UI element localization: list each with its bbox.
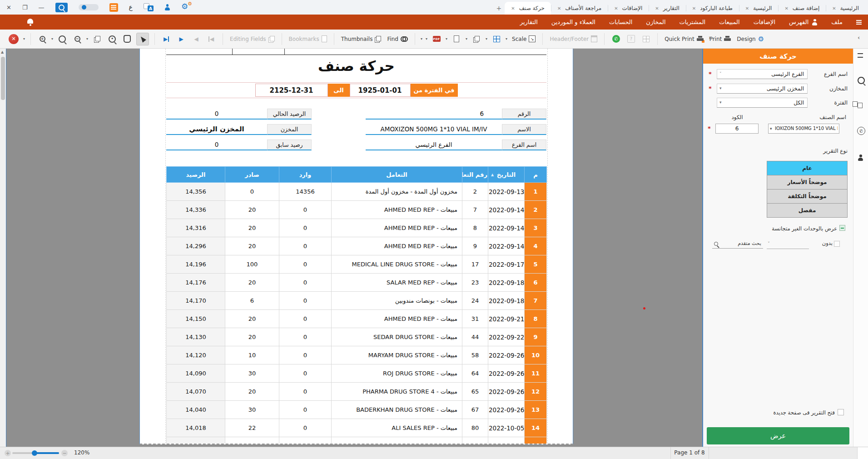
stores-select[interactable]: المخزن الرئيسى ▾ bbox=[717, 84, 808, 94]
menu-item-0[interactable]: ملف bbox=[831, 19, 843, 25]
menu-item-2[interactable]: الإضافات bbox=[754, 19, 775, 25]
copies-dropdown-icon[interactable]: ▾ bbox=[466, 37, 467, 41]
minimize-window-icon[interactable]: — bbox=[39, 5, 45, 10]
prev-page-button[interactable]: ◀ bbox=[190, 33, 202, 45]
table-row[interactable]: 42022-09-149مبيعات - AHMED MED REP02014,… bbox=[167, 237, 547, 255]
table-settings-button[interactable] bbox=[640, 33, 652, 45]
help-button[interactable]: ? bbox=[625, 33, 637, 45]
table-row[interactable]: 32022-09-148مبيعات - AHMED MED REP02014,… bbox=[167, 219, 547, 237]
filter-dropdown[interactable]: ˅ bbox=[767, 239, 809, 249]
header-footer-button[interactable]: Header/Footer bbox=[548, 33, 599, 45]
tab[interactable]: الرئيسية✕ bbox=[826, 2, 865, 15]
design-button[interactable]: Design⚙ bbox=[735, 33, 765, 45]
profile-icon[interactable] bbox=[858, 154, 863, 163]
table-row[interactable]: 92022-09-2244مبيعات - SEDAR DRUG STORE02… bbox=[167, 328, 547, 346]
units-checkbox[interactable] bbox=[839, 225, 845, 231]
zoom-in-button[interactable]: + bbox=[36, 33, 48, 45]
tab[interactable]: طباعة الباركود✕ bbox=[686, 2, 739, 15]
thumbnails-button[interactable]: Thumbnails bbox=[340, 33, 383, 45]
quick-print-button[interactable]: Quick Print bbox=[663, 33, 704, 45]
menu-item-4[interactable]: المشتريات bbox=[680, 19, 706, 25]
table-row[interactable]: 142022-10-0580مبيعات - ALI SALES REP0221… bbox=[167, 419, 547, 437]
tab-close-icon[interactable]: ✕ bbox=[832, 6, 836, 11]
export-pdf-button[interactable]: PDF bbox=[431, 33, 442, 45]
column-header-5[interactable]: صادر bbox=[225, 167, 279, 183]
item-combobox[interactable]: IOXIZON 500MG 1*10 VIAL IM/IV ▾ bbox=[768, 124, 839, 134]
scroll-up-icon[interactable]: ▲ bbox=[1, 50, 4, 54]
table-row[interactable]: 62022-09-1823مبيعات - SALAR MED REP02014… bbox=[167, 274, 547, 292]
search-icon[interactable] bbox=[858, 77, 865, 86]
whatsapp-share-button[interactable]: ✆ bbox=[610, 33, 622, 45]
first-page-button[interactable]: ▶ bbox=[160, 33, 172, 45]
close-window-icon[interactable]: ✕ bbox=[6, 5, 11, 10]
scale-dropdown-icon[interactable]: ▾ bbox=[506, 37, 507, 41]
page-setup-button[interactable] bbox=[451, 33, 462, 45]
vertical-scrollbar[interactable]: ▲ bbox=[0, 49, 6, 447]
table-row[interactable]: 82022-09-2131مبيعات - AHMED MED REP02014… bbox=[167, 310, 547, 328]
advanced-search-input[interactable] bbox=[712, 239, 763, 249]
phone-contact-icon[interactable]: ✆ bbox=[857, 127, 865, 135]
column-header-4[interactable]: وارد bbox=[279, 167, 332, 183]
export-dropdown-icon[interactable]: ▾ bbox=[426, 37, 427, 41]
table-row[interactable]: 102022-09-2658مبيعات - MARYAM DRUG STORE… bbox=[167, 346, 547, 364]
magnifier-button[interactable] bbox=[56, 33, 68, 45]
tab[interactable]: مراجعة الأصناف✕ bbox=[551, 2, 608, 15]
column-header-6[interactable]: الرصيد bbox=[167, 167, 225, 183]
tab-close-icon[interactable]: ✕ bbox=[655, 6, 659, 11]
menu-item-6[interactable]: الحسابات bbox=[609, 19, 632, 25]
search-button[interactable] bbox=[55, 3, 68, 12]
zoom-out-button[interactable]: − bbox=[71, 33, 83, 45]
tab[interactable]: الرئيسية✕ bbox=[739, 2, 779, 15]
settings-gears-icon[interactable]: ⚙⚙ bbox=[181, 3, 192, 12]
copies-button[interactable] bbox=[471, 33, 482, 45]
hand-tool-button[interactable] bbox=[121, 33, 133, 45]
report-type-option-0[interactable]: عام bbox=[767, 161, 848, 175]
column-header-0[interactable]: م bbox=[525, 167, 547, 183]
tab-close-icon[interactable]: ✕ bbox=[511, 6, 515, 11]
new-tab-button[interactable]: + bbox=[493, 2, 505, 15]
zoom-slider-thumb[interactable] bbox=[32, 450, 37, 456]
grid-button[interactable] bbox=[491, 33, 502, 45]
report-type-option-1[interactable]: موضحاً الأسعار bbox=[767, 175, 848, 190]
tab-close-icon[interactable]: ✕ bbox=[784, 6, 788, 11]
menu-item-3[interactable]: المبيعات bbox=[719, 19, 739, 25]
column-header-3[interactable]: التعامل bbox=[332, 167, 462, 183]
zoom-out-status-icon[interactable]: − bbox=[61, 450, 68, 456]
tab-close-icon[interactable]: ✕ bbox=[692, 6, 696, 11]
open-new-page-checkbox[interactable] bbox=[838, 409, 844, 415]
menubar-hamburger-icon[interactable] bbox=[856, 22, 862, 23]
tab-active[interactable]: حركة صنف✕ bbox=[505, 2, 551, 15]
notifications-bell-icon[interactable] bbox=[26, 18, 35, 26]
page-setup-dropdown-icon[interactable]: ▾ bbox=[446, 37, 447, 41]
grid-dropdown-icon[interactable]: ▾ bbox=[486, 37, 487, 41]
tab-close-icon[interactable]: ✕ bbox=[557, 6, 561, 11]
menu-item-7[interactable]: العملاء و الموردين bbox=[551, 19, 595, 25]
table-row[interactable]: 132022-09-2667مبيعات - BADERKHAN DRUG ST… bbox=[167, 401, 547, 419]
find-button[interactable]: Find bbox=[386, 33, 409, 45]
multi-page-view-button[interactable] bbox=[91, 33, 103, 45]
menu-item-1[interactable]: الفهرس bbox=[789, 19, 818, 25]
branch-select[interactable]: الفرع الرئيسى ˅ bbox=[717, 69, 808, 79]
sort-asc-icon[interactable]: ▲ bbox=[491, 173, 494, 177]
export-dropdown-icon[interactable]: ▾ bbox=[421, 37, 422, 41]
print-button[interactable]: Print bbox=[708, 33, 733, 45]
table-row[interactable]: 12022-09-132مخزون أول المدة - مخزون أول … bbox=[167, 183, 547, 201]
tab[interactable]: الإضافات✕ bbox=[608, 2, 649, 15]
last-page-button[interactable]: ◀ bbox=[205, 33, 217, 45]
user-icon[interactable] bbox=[164, 4, 170, 10]
tab-close-icon[interactable]: ✕ bbox=[614, 6, 618, 11]
table-row[interactable]: 72022-09-1824مبيعات - بونصات مندوبين0614… bbox=[167, 292, 547, 310]
table-row[interactable]: 22022-09-147مبيعات - AHMED MED REP02014,… bbox=[167, 201, 547, 219]
column-header-1[interactable]: التاريخ▲ bbox=[488, 167, 525, 183]
scrollbar-thumb[interactable] bbox=[1, 57, 5, 100]
editing-fields-button[interactable]: Editing Fields bbox=[228, 33, 276, 45]
next-page-button[interactable]: ▶ bbox=[175, 33, 187, 45]
report-type-option-2[interactable]: موضحاً التكلفة bbox=[767, 190, 848, 204]
close-preview-button[interactable]: ✕ bbox=[7, 33, 20, 45]
column-header-2[interactable]: رقم التعامل bbox=[462, 167, 488, 183]
zoom-in-status-icon[interactable]: + bbox=[5, 450, 11, 456]
period-select[interactable]: الكل ▾ bbox=[717, 98, 808, 108]
close-dropdown-icon[interactable]: ▾ bbox=[23, 37, 25, 41]
scale-button[interactable]: Scale↘ bbox=[511, 33, 537, 45]
panel-collapse-chevron[interactable]: › bbox=[709, 34, 711, 41]
